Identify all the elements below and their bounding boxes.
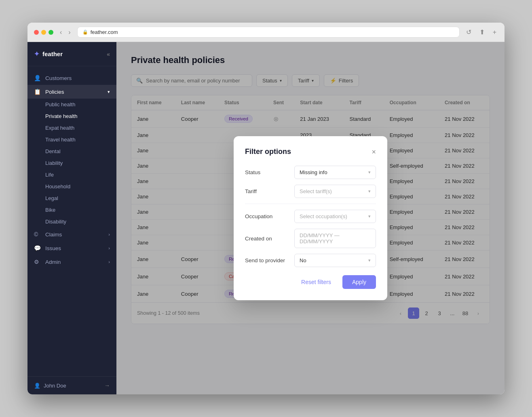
lock-icon: 🔒 bbox=[82, 29, 88, 35]
created-on-label: Created on bbox=[245, 236, 289, 242]
close-button[interactable] bbox=[34, 30, 39, 35]
main-content: Private health policies 🔍 Status ▾ Tarif… bbox=[116, 42, 505, 394]
apply-button[interactable]: Apply bbox=[342, 275, 376, 289]
sidebar-item-admin[interactable]: ⚙ Admin › bbox=[27, 255, 116, 269]
occupation-chevron: ▾ bbox=[368, 214, 371, 219]
new-tab-button[interactable]: + bbox=[491, 27, 498, 37]
sub-nav-life[interactable]: Life bbox=[45, 169, 116, 181]
maximize-button[interactable] bbox=[49, 30, 53, 35]
modal-actions: Reset filters Apply bbox=[245, 275, 376, 289]
app-container: ✦ feather « 👤 Customers 📋 Policies ▾ Pub… bbox=[27, 42, 505, 394]
sub-nav-disability[interactable]: Disability bbox=[45, 216, 116, 227]
reset-filters-button[interactable]: Reset filters bbox=[294, 275, 338, 289]
nav-buttons: ‹ › bbox=[58, 28, 72, 37]
occupation-value: Select occupation(s) bbox=[300, 213, 347, 219]
form-row-created-on: Created on DD/MM/YYYY — DD/MM/YYYY bbox=[245, 229, 376, 248]
send-to-provider-chevron: ▾ bbox=[368, 258, 371, 263]
created-on-input[interactable]: DD/MM/YYYY — DD/MM/YYYY bbox=[294, 229, 376, 248]
sidebar-footer: 👤 John Doe → bbox=[27, 376, 116, 394]
send-to-provider-label: Send to provider bbox=[245, 257, 289, 263]
browser-chrome: ‹ › 🔒 feather.com ↺ ⬆ + bbox=[27, 23, 505, 42]
form-divider bbox=[245, 204, 376, 204]
sub-nav-bike[interactable]: Bike bbox=[45, 204, 116, 216]
browser-actions: ↺ ⬆ + bbox=[464, 27, 498, 37]
admin-label: Admin bbox=[45, 259, 61, 265]
status-value: Missing info bbox=[300, 169, 327, 175]
tariff-label: Tariff bbox=[245, 188, 289, 194]
claims-icon: © bbox=[34, 231, 41, 238]
issues-chevron: › bbox=[108, 246, 110, 251]
logo-icon: ✦ bbox=[34, 50, 39, 58]
user-avatar-icon: 👤 bbox=[34, 383, 40, 389]
sidebar-item-claims[interactable]: © Claims › bbox=[27, 227, 116, 241]
policies-label: Policies bbox=[45, 89, 64, 95]
share-button[interactable]: ⬆ bbox=[478, 27, 486, 37]
logo-text: feather bbox=[42, 51, 63, 57]
user-name: John Doe bbox=[44, 383, 66, 389]
sidebar: ✦ feather « 👤 Customers 📋 Policies ▾ Pub… bbox=[27, 42, 116, 394]
sub-nav-dental[interactable]: Dental bbox=[45, 145, 116, 157]
status-chevron: ▾ bbox=[368, 170, 371, 175]
modal-close-button[interactable]: × bbox=[372, 148, 376, 156]
claims-chevron: › bbox=[108, 232, 110, 237]
form-row-send-to-provider: Send to provider No ▾ bbox=[245, 254, 376, 267]
sidebar-item-issues[interactable]: 💬 Issues › bbox=[27, 241, 116, 255]
forward-button[interactable]: › bbox=[67, 28, 72, 37]
customers-icon: 👤 bbox=[34, 75, 41, 81]
logo: ✦ feather bbox=[34, 50, 63, 58]
claims-label: Claims bbox=[45, 232, 62, 238]
back-button[interactable]: ‹ bbox=[58, 28, 63, 37]
tariff-chevron: ▾ bbox=[368, 189, 371, 194]
status-label: Status bbox=[245, 169, 289, 175]
sub-nav-legal[interactable]: Legal bbox=[45, 192, 116, 204]
modal-title: Filter options bbox=[245, 147, 291, 156]
send-to-provider-value: No bbox=[300, 257, 306, 263]
sidebar-logo: ✦ feather « bbox=[27, 42, 116, 66]
issues-icon: 💬 bbox=[34, 245, 41, 251]
form-row-status: Status Missing info ▾ bbox=[245, 166, 376, 179]
modal-header: Filter options × bbox=[245, 147, 376, 156]
sub-nav-expat-health[interactable]: Expat health bbox=[45, 122, 116, 134]
user-info: 👤 John Doe bbox=[34, 383, 66, 389]
occupation-select[interactable]: Select occupation(s) ▾ bbox=[294, 210, 376, 223]
policies-chevron: ▾ bbox=[108, 89, 110, 95]
sidebar-item-policies[interactable]: 📋 Policies ▾ bbox=[27, 85, 116, 99]
issues-label: Issues bbox=[45, 245, 61, 251]
logout-button[interactable]: → bbox=[104, 382, 110, 389]
tariff-value: Select tariff(s) bbox=[300, 188, 332, 194]
sub-nav-private-health[interactable]: Private health bbox=[45, 110, 116, 122]
tariff-select[interactable]: Select tariff(s) ▾ bbox=[294, 185, 376, 198]
created-on-value: DD/MM/YYYY — DD/MM/YYYY bbox=[300, 232, 371, 244]
occupation-label: Occupation bbox=[245, 213, 289, 219]
policies-icon: 📋 bbox=[34, 88, 41, 95]
modal-overlay[interactable]: Filter options × Status Missing info ▾ T… bbox=[116, 42, 505, 394]
sub-nav-household[interactable]: Household bbox=[45, 181, 116, 192]
collapse-sidebar-button[interactable]: « bbox=[107, 51, 110, 57]
traffic-lights bbox=[34, 30, 53, 35]
minimize-button[interactable] bbox=[41, 30, 46, 35]
send-to-provider-select[interactable]: No ▾ bbox=[294, 254, 376, 267]
customers-label: Customers bbox=[45, 75, 72, 81]
filter-options-modal: Filter options × Status Missing info ▾ T… bbox=[234, 136, 387, 300]
sidebar-item-customers[interactable]: 👤 Customers bbox=[27, 71, 116, 85]
status-select[interactable]: Missing info ▾ bbox=[294, 166, 376, 179]
sub-nav-liability[interactable]: Liability bbox=[45, 157, 116, 169]
policies-sub-nav: Public health Private health Expat healt… bbox=[27, 99, 116, 227]
sub-nav-travel-health[interactable]: Travel health bbox=[45, 134, 116, 145]
refresh-button[interactable]: ↺ bbox=[464, 27, 473, 37]
admin-icon: ⚙ bbox=[34, 259, 41, 265]
admin-chevron: › bbox=[108, 259, 110, 264]
url-bar[interactable]: 🔒 feather.com bbox=[77, 27, 460, 38]
url-text: feather.com bbox=[91, 29, 118, 35]
form-row-occupation: Occupation Select occupation(s) ▾ bbox=[245, 210, 376, 223]
sidebar-nav: 👤 Customers 📋 Policies ▾ Public health P… bbox=[27, 66, 116, 376]
sub-nav-public-health[interactable]: Public health bbox=[45, 99, 116, 110]
form-row-tariff: Tariff Select tariff(s) ▾ bbox=[245, 185, 376, 198]
